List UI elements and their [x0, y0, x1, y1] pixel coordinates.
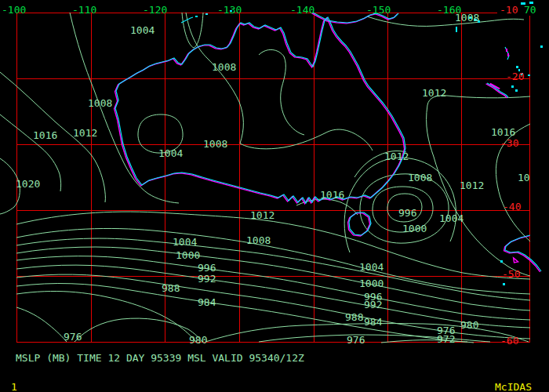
pressure-contour-label: 10	[518, 173, 530, 183]
pressure-contour-label: 1000	[359, 279, 384, 289]
pressure-contour-label: 984	[364, 318, 382, 327]
pressure-contour-label: 992	[364, 300, 382, 310]
longitude-label: -140	[290, 5, 314, 15]
frame-number[interactable]: 1	[11, 381, 17, 392]
pressure-contour-label: 1008	[455, 13, 479, 23]
mslp-contours	[0, 13, 530, 343]
latitude-label: -50	[502, 270, 520, 279]
pressure-contour-label: 996	[198, 263, 216, 273]
pressure-contour-label: 1000	[402, 224, 427, 234]
pressure-contour-label: 1008	[246, 236, 271, 245]
pressure-contour-label: 1004	[173, 238, 197, 247]
pressure-contour-label: 1000	[176, 251, 200, 260]
longitude-label: -100	[2, 5, 26, 15]
longitude-label: -10	[500, 5, 518, 15]
latitude-label: -60	[500, 336, 518, 346]
longitude-label: -130	[217, 5, 242, 15]
pressure-contour-label: 1004	[130, 26, 155, 35]
pressure-contour-label: 980	[189, 336, 207, 345]
latitude-label: -20	[506, 72, 524, 82]
pressure-contour-label: 1004	[359, 263, 384, 272]
mcidas-logo: McIDAS	[495, 381, 532, 392]
pressure-contour-label: 988	[162, 284, 180, 293]
map-canvas[interactable]	[0, 0, 549, 392]
pressure-contour-label: 976	[64, 332, 82, 342]
pressure-contour-label: 1016	[491, 128, 515, 137]
island-dots-magenta	[489, 49, 509, 89]
pressure-contour-label: 1008	[203, 140, 227, 149]
longitude-label: 70	[524, 5, 536, 15]
pressure-contour-label: 1012	[250, 211, 274, 220]
pressure-contour-label: 976	[347, 336, 365, 345]
pressure-contour-label: 1012	[384, 152, 409, 162]
pressure-contour-label: 984	[198, 298, 216, 307]
longitude-label: -110	[72, 5, 96, 15]
longitude-label: -150	[366, 5, 391, 15]
longitude-label: -120	[143, 5, 167, 15]
pressure-contour-label: 980	[460, 321, 478, 330]
pressure-contour-label: 1016	[320, 191, 344, 200]
pressure-contour-label: 1020	[16, 180, 40, 189]
pressure-contour-label: 1004	[439, 214, 464, 223]
pressure-contour-label: 1008	[212, 63, 236, 72]
pressure-contour-label: 1008	[408, 173, 432, 183]
pressure-contour-label: 1008	[88, 99, 112, 108]
mcidas-image-window[interactable]: -100-110-120-130-140-150-160-1070-20-30-…	[0, 0, 549, 392]
pressure-contour-label: 1004	[158, 149, 183, 158]
status-line: MSLP (MB) TIME 12 DAY 95339 MSL VALID 95…	[16, 352, 304, 364]
latlon-grid	[16, 13, 529, 343]
pressure-contour-label: 988	[345, 313, 363, 322]
pressure-contour-label: 1012	[73, 129, 97, 138]
pressure-contour-label: 1012	[422, 89, 446, 98]
latitude-label: -40	[503, 202, 521, 212]
pressure-contour-label: 1016	[33, 131, 57, 140]
pressure-contour-label: 992	[198, 274, 216, 284]
pressure-contour-label: 1012	[460, 181, 484, 191]
pressure-contour-label: 972	[437, 335, 455, 344]
pressure-contour-label: 996	[398, 209, 416, 218]
latitude-label: -30	[500, 139, 518, 148]
